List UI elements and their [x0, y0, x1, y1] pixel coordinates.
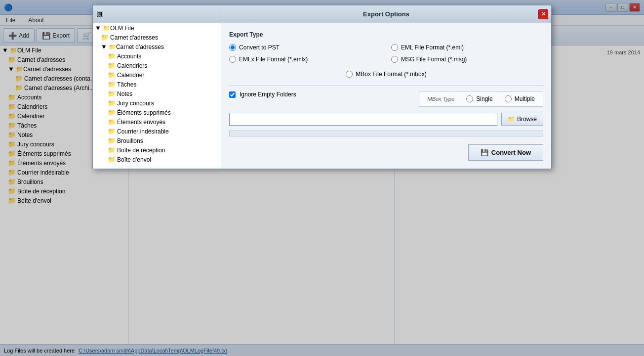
path-input[interactable] [229, 113, 497, 126]
radio-msg-input[interactable] [391, 56, 398, 63]
folder-icon: 📁 [108, 146, 116, 154]
browse-button[interactable]: 📁 Browse [501, 113, 543, 126]
expand-icon: ▼ [101, 43, 107, 50]
folder-icon: 📁 [108, 90, 116, 97]
list-item[interactable]: ▼ 📁 Carnet d'adresses [93, 42, 221, 51]
dialog-right-panel: Export Options ✕ Export Type Convert to … [221, 5, 551, 169]
radio-eml-input[interactable] [391, 44, 398, 51]
modal-overlay: 🖼 ▼ 📁 OLM File 📁 Carnet d'adresses ▼ 📁 C… [0, 0, 644, 356]
browse-label: Browse [517, 116, 537, 123]
dialog-body: Export Type Convert to PST EML File Form… [221, 23, 551, 169]
radio-pst-input[interactable] [229, 44, 236, 51]
folder-icon: 📁 [108, 137, 116, 144]
folder-icon: 📁 [108, 156, 116, 163]
tree-item-label: Boîte d'envoi [117, 156, 151, 163]
folder-icon: 📁 [108, 52, 116, 60]
mbox-single-radio[interactable] [466, 95, 473, 102]
mbox-type-box: MBox Type Single Multiple [419, 91, 543, 107]
dialog-left-panel: 🖼 ▼ 📁 OLM File 📁 Carnet d'adresses ▼ 📁 C… [93, 5, 221, 169]
folder-icon: 📁 [103, 25, 110, 32]
path-input-row: 📁 Browse [229, 113, 543, 126]
mbox-type-label: MBox Type [427, 96, 454, 102]
tree-item-label: Accounts [117, 53, 141, 60]
mbox-row: MBox File Format (*.mbox) [229, 71, 543, 78]
convert-now-button[interactable]: 💾 Convert Now [468, 144, 543, 161]
folder-icon: 📁 [108, 109, 116, 116]
dialog-root-label: OLM File [110, 25, 134, 32]
list-item[interactable]: 📁 Boîte de réception [93, 145, 221, 155]
radio-mbox: MBox File Format (*.mbox) [346, 71, 426, 78]
list-item[interactable]: 📁 Jury concours [93, 98, 221, 108]
radio-mbox-input[interactable] [346, 71, 353, 78]
tree-item-label: Courrier indésirable [117, 128, 169, 135]
root-expand-icon: ▼ [95, 24, 101, 32]
folder-icon: 📁 [108, 99, 116, 107]
mbox-single-option: Single [466, 95, 492, 102]
folder-icon: 📁 [108, 128, 116, 135]
list-item[interactable]: 📁 Courrier indésirable [93, 127, 221, 136]
radio-msg: MSG File Format (*.msg) [391, 56, 543, 63]
radio-emlx: EMLx File Format (*.emlx) [229, 56, 381, 63]
tree-item-label: Éléments envoyés [117, 119, 165, 126]
sidebar-item-accounts[interactable]: 📁 Accounts [93, 51, 221, 61]
radio-mbox-label[interactable]: MBox File Format (*.mbox) [356, 71, 426, 78]
radio-eml: EML File Format (*.eml) [391, 44, 543, 51]
folder-icon: 📁 [109, 44, 116, 50]
list-item[interactable]: 📁 Calendrier [93, 70, 221, 80]
radio-options-grid: Convert to PST EML File Format (*.eml) E… [229, 44, 543, 63]
radio-pst-label[interactable]: Convert to PST [239, 44, 280, 51]
radio-emlx-label[interactable]: EMLx File Format (*.emlx) [239, 56, 308, 63]
radio-emlx-input[interactable] [229, 56, 236, 63]
radio-eml-label[interactable]: EML File Format (*.eml) [401, 44, 464, 51]
export-type-label: Export Type [229, 31, 543, 38]
convert-icon: 💾 [481, 149, 488, 156]
list-item[interactable]: 📁 Carnet d'adresses [93, 33, 221, 42]
dialog-title-bar: Export Options ✕ [221, 5, 551, 23]
tree-item-label: Éléments supprimés [117, 109, 171, 116]
list-item[interactable]: 📁 Tâches [93, 80, 221, 89]
progress-bar [229, 131, 543, 136]
tree-item-label: Carnet d'adresses [110, 34, 158, 41]
dialog-left-icon: 🖼 [97, 11, 103, 18]
mbox-single-label[interactable]: Single [476, 95, 492, 102]
list-item[interactable]: 📁 Éléments envoyés [93, 117, 221, 127]
ignore-empty-folders-row: Ignore Empty Folders [229, 91, 296, 98]
ignore-empty-label[interactable]: Ignore Empty Folders [240, 91, 296, 98]
list-item[interactable]: 📁 Calendriers [93, 61, 221, 70]
export-dialog: 🖼 ▼ 📁 OLM File 📁 Carnet d'adresses ▼ 📁 C… [92, 5, 552, 169]
list-item[interactable]: 📁 Éléments supprimés [93, 108, 221, 117]
tree-item-label: Calendrier [117, 72, 144, 79]
tree-item-label: Calendriers [117, 62, 147, 69]
sidebar-item-notes[interactable]: 📁 Notes [93, 89, 221, 98]
radio-pst: Convert to PST [229, 44, 381, 51]
convert-label: Convert Now [491, 149, 531, 156]
browse-icon: 📁 [508, 116, 515, 123]
mbox-multiple-label[interactable]: Multiple [515, 95, 535, 102]
tree-item-label: Jury concours [117, 100, 154, 107]
tree-item-label: Notes [117, 90, 132, 97]
radio-msg-label[interactable]: MSG File Format (*.msg) [401, 56, 467, 63]
folder-icon: 📁 [108, 81, 116, 88]
folder-icon: 📁 [108, 62, 116, 69]
list-item[interactable]: 📁 Boîte d'envoi [93, 155, 221, 164]
dialog-left-header: 🖼 [93, 5, 221, 23]
convert-row: 💾 Convert Now [229, 144, 543, 161]
folder-icon: 📁 [101, 34, 109, 41]
tree-item-label: Brouillons [117, 137, 143, 144]
ignore-empty-checkbox[interactable] [229, 91, 236, 98]
dialog-tree-root[interactable]: ▼ 📁 OLM File [93, 23, 221, 33]
tree-item-label: Tâches [117, 81, 136, 88]
list-item[interactable]: 📁 Brouillons [93, 136, 221, 145]
tree-item-label: Carnet d'adresses [116, 44, 164, 50]
tree-item-label: Boîte de réception [117, 147, 165, 154]
dialog-title: Export Options [363, 10, 409, 18]
dialog-close-icon: ✕ [541, 11, 546, 17]
folder-icon: 📁 [108, 118, 116, 126]
dialog-close-button[interactable]: ✕ [538, 9, 548, 19]
dialog-tree: ▼ 📁 OLM File 📁 Carnet d'adresses ▼ 📁 Car… [93, 23, 221, 169]
folder-icon: 📁 [108, 71, 116, 79]
separator [229, 86, 543, 86]
mbox-multiple-option: Multiple [505, 95, 535, 102]
mbox-multiple-radio[interactable] [505, 95, 512, 102]
